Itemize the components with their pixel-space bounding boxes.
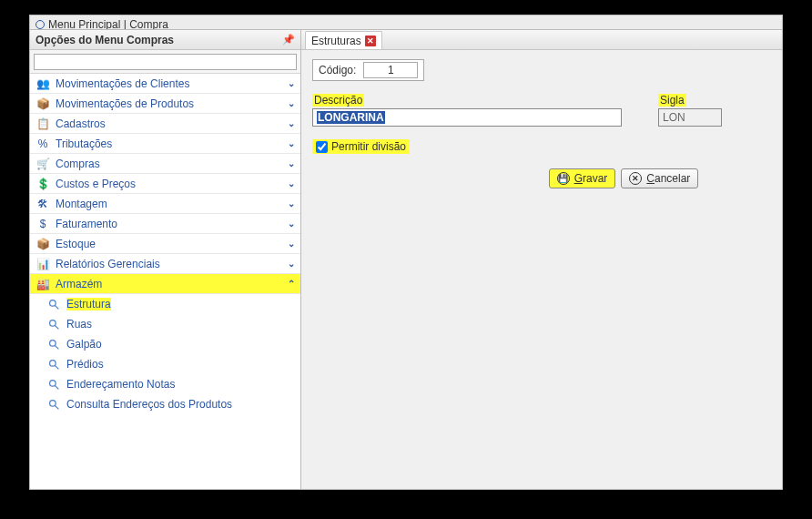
svg-line-9 xyxy=(55,385,58,389)
sidebar-title: Opções do Menu Compras xyxy=(36,34,174,46)
close-icon[interactable]: ✕ xyxy=(365,36,376,46)
dollar-icon: $ xyxy=(36,217,50,231)
sidebar-title-bar: Opções do Menu Compras 📌 xyxy=(30,30,300,50)
menu-label: Movimentações de Clientes xyxy=(56,77,189,90)
permitir-label: Permitir divisão xyxy=(331,140,406,153)
sidebar: Opções do Menu Compras 📌 👥Movimentações … xyxy=(30,30,301,489)
permitir-checkbox[interactable] xyxy=(316,141,328,153)
sigla-label: Sigla xyxy=(658,94,686,107)
money-icon: 💲 xyxy=(36,177,50,191)
descricao-label: Descrição xyxy=(312,94,364,107)
sub-label: Prédios xyxy=(66,358,104,371)
chevron-up-icon: ⌃ xyxy=(288,279,295,289)
svg-line-3 xyxy=(55,325,58,329)
descricao-field: Descrição LONGARINA xyxy=(312,94,622,127)
descricao-input[interactable] xyxy=(312,108,622,127)
chevron-down-icon: ⌄ xyxy=(288,219,295,229)
cancel-icon: ✕ xyxy=(629,172,642,185)
svg-line-11 xyxy=(55,405,58,409)
button-row: 💾 Gravar ✕ Cancelar xyxy=(312,168,771,188)
cancelar-button[interactable]: ✕ Cancelar xyxy=(621,168,698,188)
menu-label: Cadastros xyxy=(56,117,106,130)
cart-icon: 🛒 xyxy=(36,157,50,171)
chevron-down-icon: ⌄ xyxy=(288,259,295,269)
field-group: Descrição LONGARINA Sigla xyxy=(312,94,771,127)
tab-estruturas[interactable]: Estruturas ✕ xyxy=(305,31,382,49)
menu-label: Faturamento xyxy=(56,218,117,230)
boxes-icon: 📦 xyxy=(36,237,50,251)
tab-strip: Estruturas ✕ xyxy=(301,30,782,50)
menu-label: Compras xyxy=(56,158,100,170)
chevron-down-icon: ⌄ xyxy=(288,158,295,168)
chevron-down-icon: ⌄ xyxy=(288,78,295,88)
percent-icon: % xyxy=(36,137,50,151)
permitir-row[interactable]: Permitir divisão xyxy=(312,139,410,154)
magnifier-icon xyxy=(46,297,61,311)
warehouse-icon: 🏭 xyxy=(36,277,50,291)
menu-item-mov-clientes[interactable]: 👥Movimentações de Clientes ⌄ xyxy=(30,74,300,94)
menu-label: Tributações xyxy=(56,137,112,150)
svg-line-5 xyxy=(55,345,58,349)
pin-icon[interactable]: 📌 xyxy=(282,34,295,46)
sigla-input[interactable] xyxy=(658,108,722,127)
menu-item-montagem[interactable]: 🛠Montagem ⌄ xyxy=(30,194,300,214)
svg-point-2 xyxy=(49,320,56,326)
chevron-down-icon: ⌄ xyxy=(288,178,295,188)
svg-point-6 xyxy=(49,360,56,366)
sub-label: Consulta Endereços dos Produtos xyxy=(66,398,232,411)
people-icon: 👥 xyxy=(36,76,50,91)
menu-item-custos[interactable]: 💲Custos e Preços ⌄ xyxy=(30,174,300,194)
sub-consulta-enderecos[interactable]: Consulta Endereços dos Produtos xyxy=(41,394,300,414)
menu-item-cadastros[interactable]: 📋Cadastros ⌄ xyxy=(30,114,300,134)
sub-label: Estrutura xyxy=(66,298,111,310)
chevron-down-icon: ⌄ xyxy=(288,98,295,108)
sub-label: Endereçamento Notas xyxy=(66,378,175,391)
sigla-field: Sigla xyxy=(658,94,722,127)
menu-label: Custos e Preços xyxy=(56,178,136,190)
armazem-subitems: Estrutura Ruas Galpão Prédios xyxy=(30,294,300,414)
sub-ruas[interactable]: Ruas xyxy=(41,314,300,334)
menu-label: Estoque xyxy=(56,238,96,250)
svg-point-10 xyxy=(49,400,56,406)
menu-list: 👥Movimentações de Clientes ⌄ 📦Movimentaç… xyxy=(30,74,300,489)
svg-line-7 xyxy=(55,365,58,369)
menu-item-tributacoes[interactable]: %Tributações ⌄ xyxy=(30,134,300,154)
chevron-down-icon: ⌄ xyxy=(288,138,295,148)
sidebar-search-input[interactable] xyxy=(34,54,297,70)
codigo-box: Código: 1 xyxy=(312,59,424,81)
menu-label: Armazém xyxy=(56,278,102,290)
menu-label: Movimentações de Produtos xyxy=(56,97,194,110)
sub-predios[interactable]: Prédios xyxy=(41,354,300,374)
codigo-row: Código: 1 xyxy=(312,59,771,81)
gravar-label: Gravar xyxy=(574,172,608,185)
magnifier-icon xyxy=(46,357,61,371)
tools-icon: 🛠 xyxy=(36,197,50,211)
svg-point-4 xyxy=(49,340,56,346)
content-split: Opções do Menu Compras 📌 👥Movimentações … xyxy=(30,30,782,489)
codigo-label: Código: xyxy=(319,64,356,76)
menu-item-armazem[interactable]: 🏭Armazém ⌃ xyxy=(30,274,300,294)
menu-item-relatorios[interactable]: 📊Relatórios Gerenciais ⌄ xyxy=(30,254,300,274)
menu-label: Relatórios Gerenciais xyxy=(56,258,160,270)
descricao-input-wrap: LONGARINA xyxy=(312,108,622,127)
menu-item-mov-produtos[interactable]: 📦Movimentações de Produtos ⌄ xyxy=(30,94,300,114)
svg-point-8 xyxy=(49,380,56,386)
menu-item-faturamento[interactable]: $Faturamento ⌄ xyxy=(30,214,300,234)
sub-estrutura[interactable]: Estrutura xyxy=(41,294,300,314)
gravar-button[interactable]: 💾 Gravar xyxy=(549,168,616,188)
chart-icon: 📊 xyxy=(36,257,50,271)
magnifier-icon xyxy=(46,317,61,331)
menu-item-estoque[interactable]: 📦Estoque ⌄ xyxy=(30,234,300,254)
magnifier-icon xyxy=(46,337,61,351)
sub-enderecamento[interactable]: Endereçamento Notas xyxy=(41,374,300,394)
app-frame: Opções do Menu Compras 📌 👥Movimentações … xyxy=(29,29,783,490)
sub-label: Galpão xyxy=(66,338,102,351)
globe-icon xyxy=(36,20,45,29)
sub-galpao[interactable]: Galpão xyxy=(41,334,300,354)
magnifier-icon xyxy=(46,397,61,412)
menu-item-compras[interactable]: 🛒Compras ⌄ xyxy=(30,154,300,174)
svg-line-1 xyxy=(55,305,58,309)
svg-point-0 xyxy=(49,300,56,306)
cancelar-label: Cancelar xyxy=(646,172,690,185)
chevron-down-icon: ⌄ xyxy=(288,118,295,128)
